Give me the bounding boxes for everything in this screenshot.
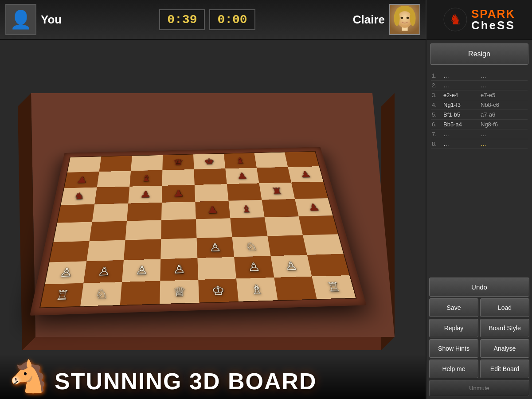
chess-cell-3-7[interactable]: ♟: [295, 198, 332, 216]
chess-cell-5-7[interactable]: [303, 234, 344, 255]
piece-6-1: ♙: [97, 265, 111, 277]
chess-cell-0-6[interactable]: [254, 153, 288, 168]
svg-point-4: [401, 17, 403, 19]
chess-cell-0-4[interactable]: ♚: [193, 154, 225, 169]
logo-spark-text: SPARK: [471, 8, 515, 20]
move-row: 7.……: [431, 129, 528, 139]
chess-cell-7-2[interactable]: [120, 281, 160, 305]
piece-0-4: ♚: [204, 157, 215, 166]
replay-button[interactable]: Replay: [429, 319, 478, 337]
chess-cell-7-6[interactable]: [274, 276, 317, 300]
svg-text:♞: ♞: [449, 12, 462, 27]
bottom-text: STUNNING 3D BOARD: [55, 368, 317, 395]
show-hints-button[interactable]: Show Hints: [429, 339, 478, 358]
chess-cell-1-5[interactable]: ♟: [225, 168, 259, 184]
chess-cell-4-3[interactable]: [161, 219, 196, 239]
timers-section: 0:39 0:00: [67, 9, 348, 30]
move-white: …: [443, 141, 479, 147]
board-area: // This won't execute inside SVG, so we …: [0, 40, 426, 399]
chess-cell-6-5[interactable]: ♙: [234, 256, 274, 278]
chess-cell-7-3[interactable]: ♕: [160, 280, 199, 304]
chess-cell-5-6[interactable]: [267, 235, 307, 256]
chess-cell-3-5[interactable]: ♝: [228, 200, 264, 219]
help-me-button[interactable]: Help me: [429, 360, 478, 378]
chess-cell-6-1[interactable]: ♙: [83, 260, 123, 283]
spark-chess-logo: ♞ SPARK CheSS: [426, 0, 532, 39]
board-style-button[interactable]: Board Style: [480, 319, 529, 337]
chess-cell-4-2[interactable]: [125, 220, 161, 240]
undo-button[interactable]: Undo: [429, 278, 529, 297]
resign-button[interactable]: Resign: [430, 43, 528, 65]
chess-cell-7-7[interactable]: ♖: [312, 275, 356, 299]
chess-cell-5-4[interactable]: ♙: [197, 237, 235, 258]
chess-cell-1-3[interactable]: [162, 169, 195, 186]
chess-cell-1-1[interactable]: [97, 171, 131, 187]
save-button[interactable]: Save: [429, 298, 478, 317]
chess-cell-6-0[interactable]: ♙: [45, 261, 87, 284]
move-number: 7.: [432, 131, 442, 137]
chess-cell-4-6[interactable]: [265, 216, 303, 236]
chess-cell-6-6[interactable]: ♙: [271, 255, 312, 277]
chess-cell-1-6[interactable]: [257, 167, 291, 184]
chess-cell-0-5[interactable]: ♝: [224, 153, 257, 168]
chess-cell-6-3[interactable]: ♙: [160, 258, 198, 281]
load-button[interactable]: Load: [480, 298, 529, 317]
player-claire-avatar: [389, 4, 420, 35]
save-load-row: Save Load: [429, 298, 529, 317]
claire-portrait-icon: [390, 4, 419, 35]
chess-cell-7-0[interactable]: ♖: [40, 283, 83, 307]
chess-cell-2-0[interactable]: ♞: [61, 188, 97, 205]
right-panel: Resign 1.……2.……3.e2-e4e7-e54.Ng1-f3Nb8-c…: [426, 40, 532, 399]
chess-cell-5-3[interactable]: [160, 238, 197, 259]
piece-6-2: ♙: [135, 264, 149, 276]
chess-cell-3-2[interactable]: [127, 202, 162, 221]
edit-board-button[interactable]: Edit Board: [480, 360, 529, 378]
replay-boardstyle-row: Replay Board Style: [429, 319, 529, 337]
chess-cell-7-4[interactable]: ♔: [198, 278, 239, 303]
piece-7-7: ♖: [325, 281, 341, 293]
chess-cell-3-0[interactable]: [57, 204, 94, 223]
chess-cell-0-3[interactable]: ♛: [162, 154, 194, 170]
chess-cell-1-7[interactable]: ♟: [288, 166, 323, 183]
chess-cell-2-4[interactable]: [195, 184, 229, 201]
chess-cell-6-4[interactable]: [197, 257, 236, 280]
chess-cell-0-0[interactable]: [67, 156, 101, 172]
move-number: 3.: [432, 92, 442, 98]
chess-cell-1-2[interactable]: ♝: [129, 170, 162, 186]
chess-cell-4-1[interactable]: [90, 221, 127, 241]
chess-cell-5-5[interactable]: ♘: [232, 236, 271, 257]
header: 👤 You 0:39 0:00 Claire: [0, 0, 532, 40]
chess-cell-1-0[interactable]: ♟: [64, 172, 99, 188]
chess-cell-4-0[interactable]: [54, 222, 92, 242]
chess-cell-4-5[interactable]: [230, 217, 267, 237]
svg-point-6: [394, 11, 399, 26]
chess-cell-5-0[interactable]: [49, 241, 89, 262]
chess-cell-5-1[interactable]: [86, 240, 125, 261]
chess-cell-3-1[interactable]: [92, 203, 128, 222]
chess-cell-3-6[interactable]: [262, 199, 298, 218]
chess-cell-5-2[interactable]: [124, 239, 161, 260]
move-number: 5.: [432, 111, 442, 118]
chess-cell-1-4[interactable]: [194, 168, 227, 185]
help-edit-row: Help me Edit Board: [429, 360, 529, 378]
chess-cell-3-3[interactable]: [161, 201, 196, 220]
chess-cell-0-2[interactable]: [131, 155, 163, 171]
chess-cell-2-1[interactable]: [94, 187, 129, 204]
chess-cell-0-1[interactable]: [99, 156, 132, 172]
chess-cell-2-7[interactable]: [291, 182, 328, 199]
chess-cell-2-3[interactable]: ♟: [162, 185, 195, 202]
analyse-button[interactable]: Analyse: [480, 339, 529, 358]
chess-cell-7-5[interactable]: ♗: [236, 278, 278, 301]
chess-cell-6-2[interactable]: ♙: [122, 259, 160, 282]
chess-cell-2-5[interactable]: [227, 183, 262, 200]
chess-cell-3-4[interactable]: ♟: [195, 201, 230, 219]
chess-cell-6-7[interactable]: [307, 254, 349, 276]
chess-cell-4-4[interactable]: [196, 218, 232, 238]
chess-cell-7-1[interactable]: ♘: [80, 282, 122, 306]
chess-cell-2-6[interactable]: ♜: [259, 183, 295, 200]
chess-cell-2-2[interactable]: ♟: [128, 186, 162, 203]
unmute-button[interactable]: Unmute: [429, 380, 529, 396]
chess-cell-0-7[interactable]: [285, 152, 319, 167]
move-black: …: [481, 131, 516, 137]
chess-cell-4-7[interactable]: [299, 215, 338, 235]
